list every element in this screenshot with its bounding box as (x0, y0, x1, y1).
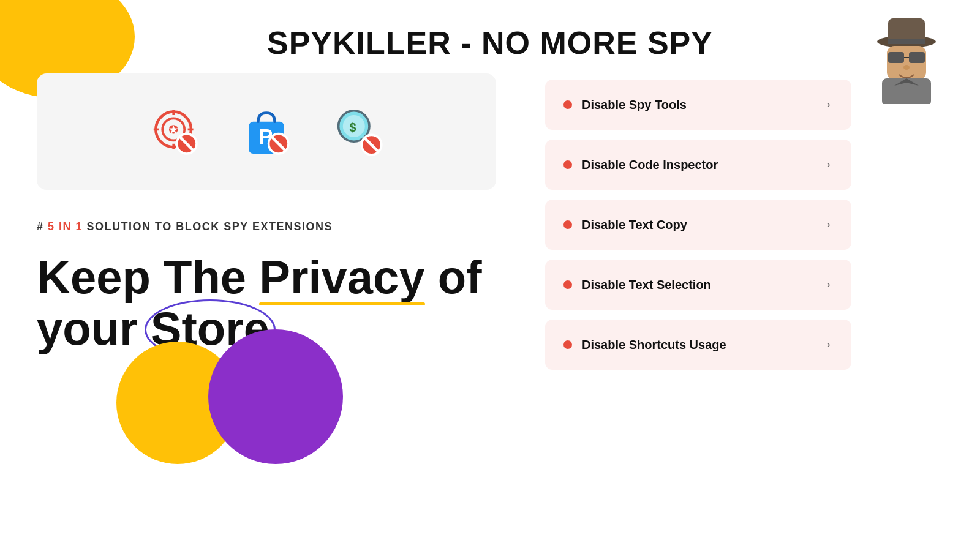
feature-dot-spy-tools (564, 100, 572, 109)
arrow-icon-spy-tools: → (820, 97, 833, 113)
magnify-dollar-icon: $ (325, 98, 392, 165)
spy-tools-icon (141, 98, 208, 165)
arrow-icon-text-selection: → (820, 277, 833, 293)
header: SPYKILLER - NO MORE SPY (0, 0, 980, 73)
right-column: Disable Spy Tools → Disable Code Inspect… (545, 73, 851, 427)
feature-left-shortcuts: Disable Shortcuts Usage (564, 338, 726, 352)
tagline: # 5 IN 1 SOLUTION TO BLOCK SPY EXTENSION… (37, 220, 496, 233)
feature-dot-text-copy (564, 220, 572, 229)
feature-dot-shortcuts (564, 340, 572, 349)
shopping-bag-icon: P (233, 98, 300, 165)
feature-label-shortcuts: Disable Shortcuts Usage (582, 338, 726, 352)
svg-rect-5 (909, 52, 925, 63)
feature-left-spy-tools: Disable Spy Tools (564, 98, 687, 112)
left-column: P $ (37, 73, 496, 427)
tagline-highlight: 5 IN 1 (48, 220, 83, 233)
svg-rect-2 (888, 39, 925, 44)
feature-card-spy-tools[interactable]: Disable Spy Tools → (545, 80, 851, 130)
feature-left-text-selection: Disable Text Selection (564, 278, 711, 292)
tagline-prefix: # (37, 220, 48, 233)
feature-card-text-selection[interactable]: Disable Text Selection → (545, 260, 851, 310)
feature-label-code-inspector: Disable Code Inspector (582, 158, 718, 172)
banner-box: P $ (37, 73, 496, 190)
page-title: SPYKILLER - NO MORE SPY (267, 24, 713, 61)
feature-label-text-copy: Disable Text Copy (582, 218, 687, 232)
decoration-blob-bottom-purple (208, 329, 343, 464)
arrow-icon-text-copy: → (820, 217, 833, 233)
arrow-icon-code-inspector: → (820, 157, 833, 173)
svg-text:$: $ (350, 121, 356, 134)
feature-label-spy-tools: Disable Spy Tools (582, 98, 687, 112)
svg-rect-4 (888, 52, 904, 63)
tagline-suffix: SOLUTION TO BLOCK SPY EXTENSIONS (83, 220, 333, 233)
feature-dot-code-inspector (564, 160, 572, 169)
svg-point-7 (903, 65, 910, 70)
hero-line1: Keep The Privacy of (37, 252, 496, 303)
feature-card-code-inspector[interactable]: Disable Code Inspector → (545, 140, 851, 190)
arrow-icon-shortcuts: → (820, 337, 833, 353)
main-layout: P $ (0, 73, 980, 427)
feature-label-text-selection: Disable Text Selection (582, 278, 711, 292)
feature-card-text-copy[interactable]: Disable Text Copy → (545, 200, 851, 250)
feature-card-shortcuts[interactable]: Disable Shortcuts Usage → (545, 320, 851, 370)
privacy-word: Privacy (259, 251, 424, 303)
feature-dot-text-selection (564, 280, 572, 289)
feature-left-code-inspector: Disable Code Inspector (564, 158, 718, 172)
feature-left-text-copy: Disable Text Copy (564, 218, 687, 232)
